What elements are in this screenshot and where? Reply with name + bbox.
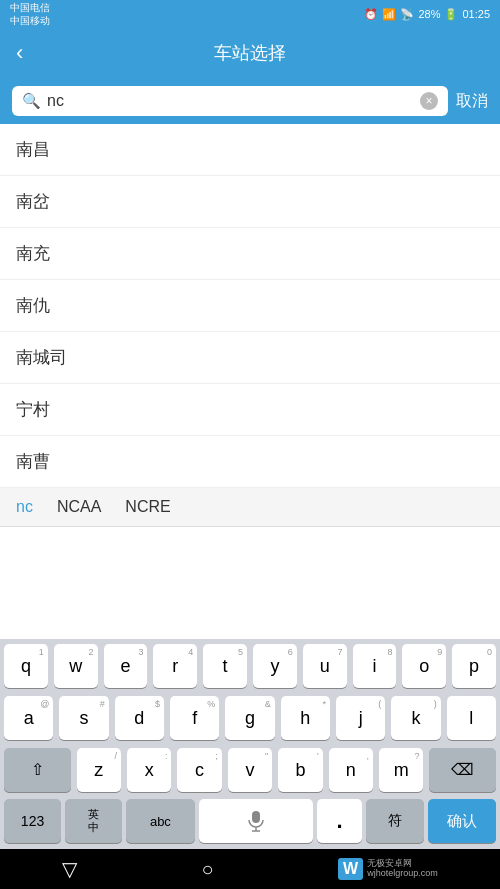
cancel-button[interactable]: 取消 bbox=[456, 91, 488, 112]
battery-icon: 🔋 bbox=[444, 8, 458, 21]
suggestion-ncre[interactable]: NCRE bbox=[125, 498, 170, 516]
svg-rect-0 bbox=[252, 811, 260, 823]
status-icons: ⏰ 📶 📡 28% 🔋 01:25 bbox=[364, 8, 490, 21]
key-s[interactable]: #s bbox=[59, 696, 108, 740]
keyboard-row-2: @a #s $d %f &g *h (j )k l bbox=[0, 691, 500, 743]
key-shift[interactable]: ⇧ bbox=[4, 748, 71, 792]
key-i[interactable]: 8i bbox=[353, 644, 397, 688]
key-h[interactable]: *h bbox=[281, 696, 330, 740]
key-o[interactable]: 9o bbox=[402, 644, 446, 688]
nav-home-icon[interactable]: ○ bbox=[202, 858, 214, 881]
carrier1: 中国电信 bbox=[10, 1, 50, 14]
header: ‹ 车站选择 bbox=[0, 28, 500, 78]
key-z[interactable]: /z bbox=[77, 748, 121, 792]
status-bar: 中国电信 中国移动 ⏰ 📶 📡 28% 🔋 01:25 bbox=[0, 0, 500, 28]
time-display: 01:25 bbox=[462, 8, 490, 20]
nav-logo-text: 无极安卓网wjhotelgroup.com bbox=[367, 859, 438, 879]
search-icon: 🔍 bbox=[22, 92, 41, 110]
key-c[interactable]: ;c bbox=[177, 748, 221, 792]
key-abc[interactable]: abc bbox=[126, 799, 194, 843]
nav-logo: W 无极安卓网wjhotelgroup.com bbox=[338, 858, 438, 880]
key-d[interactable]: $d bbox=[115, 696, 164, 740]
key-backspace[interactable]: ⌫ bbox=[429, 748, 496, 792]
battery-text: 28% bbox=[418, 8, 440, 20]
list-item[interactable]: 南岔 bbox=[0, 176, 500, 228]
carrier-info: 中国电信 中国移动 bbox=[10, 1, 50, 27]
carrier2: 中国移动 bbox=[10, 14, 50, 27]
key-x[interactable]: :x bbox=[127, 748, 171, 792]
clear-button[interactable]: × bbox=[420, 92, 438, 110]
search-input[interactable] bbox=[47, 92, 414, 110]
key-lang[interactable]: 英中 bbox=[65, 799, 122, 843]
list-item[interactable]: 南昌 bbox=[0, 124, 500, 176]
key-n[interactable]: ,n bbox=[329, 748, 373, 792]
station-list: 南昌 南岔 南充 南仇 南城司 宁村 南曹 bbox=[0, 124, 500, 488]
key-p[interactable]: 0p bbox=[452, 644, 496, 688]
key-b[interactable]: 'b bbox=[278, 748, 322, 792]
nav-back-icon[interactable]: ▽ bbox=[62, 857, 77, 881]
nav-bar: ▽ ○ W 无极安卓网wjhotelgroup.com bbox=[0, 849, 500, 889]
key-m[interactable]: ?m bbox=[379, 748, 423, 792]
key-g[interactable]: &g bbox=[225, 696, 274, 740]
key-confirm[interactable]: 确认 bbox=[428, 799, 496, 843]
nav-logo-w: W bbox=[338, 858, 363, 880]
suggestion-ncaa[interactable]: NCAA bbox=[57, 498, 101, 516]
list-item[interactable]: 宁村 bbox=[0, 384, 500, 436]
key-t[interactable]: 5t bbox=[203, 644, 247, 688]
key-mic[interactable] bbox=[199, 799, 313, 843]
list-item[interactable]: 南城司 bbox=[0, 332, 500, 384]
key-l[interactable]: l bbox=[447, 696, 496, 740]
keyboard: 1q 2w 3e 4r 5t 6y 7u 8i 9o 0p @a #s $d %… bbox=[0, 639, 500, 849]
list-item[interactable]: 南充 bbox=[0, 228, 500, 280]
suggestion-nc[interactable]: nc bbox=[16, 498, 33, 516]
key-j[interactable]: (j bbox=[336, 696, 385, 740]
page-title: 车站选择 bbox=[214, 41, 286, 65]
search-input-wrap: 🔍 × bbox=[12, 86, 448, 116]
key-a[interactable]: @a bbox=[4, 696, 53, 740]
alarm-icon: ⏰ bbox=[364, 8, 378, 21]
suggestions-row: nc NCAA NCRE bbox=[0, 488, 500, 527]
back-button[interactable]: ‹ bbox=[16, 42, 23, 64]
key-r[interactable]: 4r bbox=[153, 644, 197, 688]
signal-icon: 📡 bbox=[400, 8, 414, 21]
key-w[interactable]: 2w bbox=[54, 644, 98, 688]
key-e[interactable]: 3e bbox=[104, 644, 148, 688]
list-item[interactable]: 南曹 bbox=[0, 436, 500, 488]
key-123[interactable]: 123 bbox=[4, 799, 61, 843]
search-bar: 🔍 × 取消 bbox=[0, 78, 500, 124]
key-u[interactable]: 7u bbox=[303, 644, 347, 688]
key-y[interactable]: 6y bbox=[253, 644, 297, 688]
key-dot[interactable]: . bbox=[317, 799, 363, 843]
key-v[interactable]: "v bbox=[228, 748, 272, 792]
keyboard-row-3: ⇧ /z :x ;c "v 'b ,n ?m ⌫ bbox=[0, 743, 500, 795]
key-k[interactable]: )k bbox=[391, 696, 440, 740]
wifi-icon: 📶 bbox=[382, 8, 396, 21]
key-f[interactable]: %f bbox=[170, 696, 219, 740]
keyboard-row-1: 1q 2w 3e 4r 5t 6y 7u 8i 9o 0p bbox=[0, 639, 500, 691]
key-q[interactable]: 1q bbox=[4, 644, 48, 688]
key-fu[interactable]: 符 bbox=[366, 799, 423, 843]
list-item[interactable]: 南仇 bbox=[0, 280, 500, 332]
keyboard-bottom-row: 123 英中 abc . 符 确认 bbox=[0, 795, 500, 849]
